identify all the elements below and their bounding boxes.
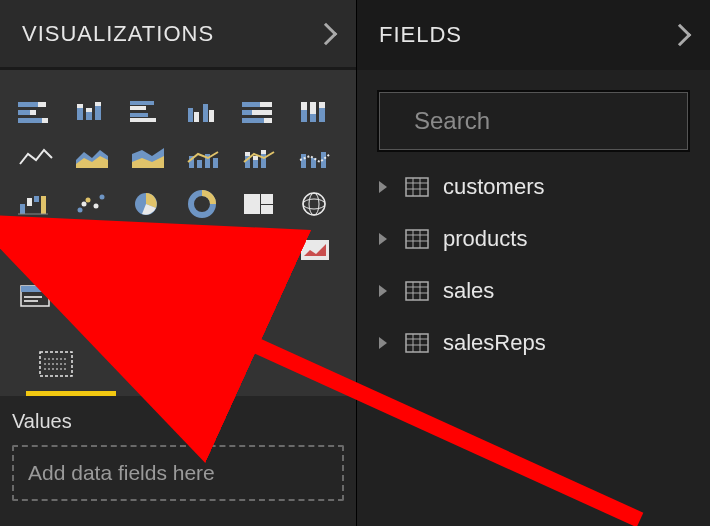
svg-rect-39	[213, 158, 218, 168]
viz-table[interactable]	[70, 278, 114, 314]
more-icon: •••	[245, 285, 274, 307]
svg-point-64	[303, 193, 325, 215]
viz-gauge[interactable]	[126, 232, 170, 268]
values-label: Values	[12, 410, 344, 433]
viz-line-clustered-column[interactable]	[182, 140, 226, 176]
svg-rect-31	[319, 108, 325, 122]
svg-point-58	[82, 202, 87, 207]
viz-clustered-column[interactable]	[182, 94, 226, 130]
viz-clustered-bar[interactable]	[126, 94, 170, 130]
svg-rect-43	[253, 156, 258, 160]
table-sales[interactable]: sales	[379, 278, 688, 304]
visualizations-title: VISUALIZATIONS	[22, 21, 214, 47]
viz-ribbon[interactable]	[294, 140, 338, 176]
table-icon	[405, 177, 429, 197]
viz-line-stacked-column[interactable]	[238, 140, 282, 176]
svg-rect-81	[24, 300, 38, 302]
svg-rect-75	[248, 252, 264, 254]
svg-rect-103	[406, 178, 428, 196]
svg-rect-5	[42, 118, 48, 123]
svg-rect-99	[126, 359, 130, 375]
viz-multi-row-card[interactable]	[238, 232, 282, 268]
table-icon	[405, 281, 429, 301]
svg-rect-62	[261, 194, 273, 204]
fields-title: FIELDS	[379, 22, 462, 48]
svg-rect-9	[86, 108, 92, 112]
table-label: products	[443, 226, 527, 252]
viz-stacked-bar[interactable]	[14, 94, 58, 130]
svg-rect-108	[406, 230, 428, 248]
fields-tab[interactable]	[36, 348, 76, 390]
svg-rect-16	[188, 108, 193, 122]
table-icon	[405, 229, 429, 249]
svg-rect-45	[261, 150, 266, 154]
visualizations-header: VISUALIZATIONS	[0, 0, 356, 70]
svg-rect-1	[38, 102, 46, 107]
viz-waterfall[interactable]	[14, 186, 58, 222]
viz-pie[interactable]	[126, 186, 170, 222]
svg-rect-41	[245, 152, 250, 156]
collapse-visualizations-icon[interactable]	[315, 22, 338, 45]
svg-rect-3	[30, 110, 36, 115]
fields-pane: FIELDS customers products sales	[356, 0, 710, 526]
collapse-fields-icon[interactable]	[669, 24, 692, 47]
svg-rect-50	[27, 198, 32, 206]
svg-rect-10	[95, 106, 101, 120]
svg-rect-0	[18, 102, 38, 107]
table-icon	[405, 333, 429, 353]
viz-slicer[interactable]	[14, 278, 58, 314]
svg-rect-68	[82, 247, 100, 252]
values-drop-zone[interactable]: Add data fields here	[12, 445, 344, 501]
viz-stacked-column[interactable]	[70, 94, 114, 130]
svg-rect-69	[86, 254, 96, 259]
svg-rect-63	[261, 205, 273, 214]
search-input[interactable]	[414, 107, 710, 135]
viz-treemap[interactable]	[238, 186, 282, 222]
viz-r-script[interactable]: R	[182, 278, 226, 314]
svg-rect-14	[130, 113, 148, 117]
svg-rect-18	[203, 104, 208, 122]
svg-rect-23	[242, 110, 252, 115]
fields-header: FIELDS	[357, 0, 710, 70]
viz-scatter[interactable]	[70, 186, 114, 222]
visualization-gallery: 123 R	[14, 94, 346, 314]
svg-rect-98	[122, 350, 136, 359]
svg-rect-113	[406, 282, 428, 300]
svg-rect-49	[20, 204, 25, 214]
svg-point-56	[94, 204, 99, 209]
viz-matrix[interactable]	[126, 278, 170, 314]
viz-filled-map[interactable]	[14, 232, 58, 268]
svg-point-57	[100, 195, 105, 200]
search-box[interactable]	[379, 92, 688, 150]
svg-rect-25	[242, 118, 264, 123]
table-label: customers	[443, 174, 544, 200]
expand-icon	[379, 181, 387, 193]
expand-icon	[379, 337, 387, 349]
svg-rect-82	[77, 286, 105, 306]
table-label: sales	[443, 278, 494, 304]
viz-area[interactable]	[70, 140, 114, 176]
svg-rect-27	[301, 110, 307, 122]
viz-card[interactable]: 123	[182, 232, 226, 268]
viz-100pct-stacked-column[interactable]	[294, 94, 338, 130]
table-customers[interactable]: customers	[379, 174, 688, 200]
viz-stacked-area[interactable]	[126, 140, 170, 176]
svg-rect-51	[34, 196, 39, 202]
svg-rect-52	[41, 196, 46, 214]
table-salesReps[interactable]: salesReps	[379, 330, 688, 356]
viz-map[interactable]	[294, 186, 338, 222]
viz-100pct-stacked-bar[interactable]	[238, 94, 282, 130]
svg-rect-4	[18, 118, 42, 123]
viz-donut[interactable]	[182, 186, 226, 222]
viz-line[interactable]	[14, 140, 58, 176]
expand-icon	[379, 285, 387, 297]
viz-kpi[interactable]	[294, 232, 338, 268]
svg-point-65	[303, 199, 325, 209]
format-tab[interactable]	[110, 347, 144, 391]
svg-rect-46	[301, 154, 306, 168]
viz-funnel[interactable]	[70, 232, 114, 268]
viz-more[interactable]: •••	[238, 278, 282, 314]
svg-rect-42	[253, 160, 258, 168]
svg-rect-80	[24, 296, 42, 298]
table-products[interactable]: products	[379, 226, 688, 252]
